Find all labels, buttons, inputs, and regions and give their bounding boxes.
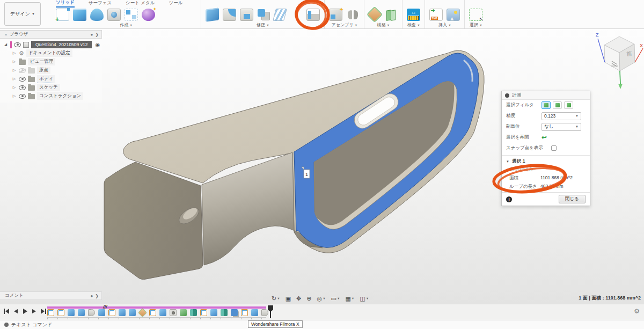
- visibility-eye-icon[interactable]: [14, 42, 21, 47]
- press-pull-icon[interactable]: [206, 8, 219, 21]
- visibility-eye-icon[interactable]: [19, 94, 26, 99]
- tree-row-5[interactable]: ▷スケッチ: [0, 83, 102, 92]
- align-icon[interactable]: [306, 9, 320, 21]
- timeline-feature-revolve-4[interactable]: [88, 309, 95, 316]
- step-forward-button[interactable]: [31, 308, 37, 315]
- pan-icon[interactable]: ✥: [295, 295, 303, 302]
- timeline-feature-extrude-3[interactable]: [78, 309, 85, 316]
- insert-image-icon[interactable]: [447, 9, 460, 21]
- info-icon[interactable]: i: [506, 196, 512, 202]
- timeline-feature-mirror-14[interactable]: [190, 309, 197, 316]
- expand-arrow-icon[interactable]: ▷: [12, 77, 17, 81]
- go-to-start-button[interactable]: [3, 308, 10, 315]
- tree-row-2[interactable]: ▷ビュー管理: [0, 57, 102, 66]
- text-command-icon[interactable]: [4, 323, 9, 327]
- visibility-eye-icon[interactable]: [19, 85, 26, 90]
- extrude-icon[interactable]: [73, 9, 86, 21]
- shell-icon[interactable]: [240, 9, 253, 21]
- collapse-panel-icon[interactable]: «: [5, 32, 7, 37]
- timeline-feature-extrude-11[interactable]: [159, 309, 166, 316]
- construction-plane-icon[interactable]: [368, 8, 382, 21]
- hole-icon[interactable]: [107, 9, 121, 21]
- fillet-icon[interactable]: [223, 9, 236, 21]
- filter-body-button[interactable]: [564, 101, 573, 109]
- tree-row-6[interactable]: ▷コンストラクション: [0, 92, 102, 100]
- timeline-feature-sketch-10[interactable]: [149, 309, 156, 316]
- look-at-icon[interactable]: ▣: [284, 295, 292, 302]
- timeline-feature-offset-13[interactable]: [180, 309, 187, 316]
- tree-row-0[interactable]: ◢Question4_20210509 v12◉: [0, 40, 102, 49]
- restart-selection-icon[interactable]: ↪: [541, 134, 547, 141]
- timeline-feature-sketch-19[interactable]: [241, 309, 248, 316]
- group-dropdown-0[interactable]: 作成 ▼: [56, 22, 196, 28]
- orbit-icon[interactable]: ↻▼: [270, 295, 282, 302]
- timeline-feature-sketch-15[interactable]: [200, 309, 207, 316]
- joint-icon[interactable]: [346, 9, 360, 21]
- insert-svg-icon[interactable]: [429, 9, 443, 21]
- expand-arrow-icon[interactable]: ▷: [12, 94, 17, 98]
- timeline-feature-combine-18[interactable]: [231, 309, 238, 316]
- expand-arrow-icon[interactable]: ◢: [3, 42, 8, 47]
- close-button[interactable]: 閉じる: [559, 195, 586, 203]
- combine-icon[interactable]: [257, 9, 270, 21]
- new-component-icon[interactable]: [329, 9, 342, 21]
- create-sketch-icon[interactable]: [56, 9, 69, 21]
- expand-arrow-icon[interactable]: ▷: [12, 85, 17, 90]
- timeline-feature-sketch-6[interactable]: [108, 309, 115, 316]
- timeline-playhead[interactable]: [267, 305, 274, 318]
- tab-3[interactable]: ツール: [169, 0, 182, 7]
- measure-icon[interactable]: [407, 9, 420, 21]
- timeline-feature-plane-9[interactable]: [138, 309, 147, 317]
- timeline-feature-extrude-7[interactable]: [119, 309, 126, 316]
- tree-row-4[interactable]: ▷ボディ: [0, 75, 102, 83]
- tree-row-1[interactable]: ▷⚙ドキュメントの設定: [0, 49, 102, 57]
- group-dropdown-1[interactable]: 修正 ▼: [206, 22, 320, 28]
- move-copy-icon[interactable]: [289, 9, 303, 21]
- selection-1-header[interactable]: ▼ 選択 1: [502, 157, 590, 166]
- tab-0[interactable]: ソリッド: [56, 0, 75, 8]
- measure-dialog-header[interactable]: 計測: [502, 91, 590, 100]
- group-dropdown-4[interactable]: 検査 ▼: [407, 22, 420, 28]
- panel-options-icon[interactable]: ●: [90, 32, 93, 37]
- pattern-icon[interactable]: [125, 9, 138, 21]
- group-dropdown-5[interactable]: 挿入 ▼: [429, 22, 460, 28]
- group-dropdown-6[interactable]: 選択 ▼: [469, 22, 482, 28]
- timeline-feature-extrude-20[interactable]: [251, 309, 258, 316]
- timeline-feature-extrude-8[interactable]: [129, 309, 136, 316]
- view-cube[interactable]: 前 Z X: [592, 31, 644, 91]
- grid-layout-icon[interactable]: ▦▼: [343, 295, 356, 302]
- filter-edge-button[interactable]: [553, 101, 562, 109]
- go-to-end-button[interactable]: [40, 308, 47, 315]
- tab-2[interactable]: シート メタル: [126, 0, 155, 7]
- text-command-label[interactable]: テキスト コマンド: [11, 321, 52, 328]
- timeline-feature-sketch-1[interactable]: [57, 309, 64, 316]
- precision-dropdown[interactable]: 0.123▼: [541, 112, 581, 120]
- timeline-feature-mirror-17[interactable]: [221, 309, 228, 316]
- display-settings-icon[interactable]: ▭▼: [330, 295, 342, 302]
- panel-options-icon[interactable]: ●: [90, 294, 93, 298]
- fit-icon[interactable]: ◎▼: [316, 295, 327, 302]
- select-icon[interactable]: [469, 9, 482, 21]
- zoom-icon[interactable]: ⊕: [305, 295, 313, 302]
- visibility-eye-off-icon[interactable]: [19, 68, 26, 73]
- show-snap-points-checkbox[interactable]: [551, 145, 557, 151]
- timeline-feature-extrude-2[interactable]: [68, 309, 75, 316]
- visibility-eye-icon[interactable]: [19, 77, 26, 82]
- step-back-button[interactable]: [13, 308, 19, 315]
- panel-resize-icon[interactable]: ❯: [95, 32, 99, 37]
- filter-face-button[interactable]: [541, 101, 551, 109]
- timeline-settings-gear-icon[interactable]: ⚙: [634, 308, 640, 315]
- group-dropdown-2[interactable]: アセンブリ ▼: [329, 22, 360, 28]
- split-body-icon[interactable]: [273, 9, 287, 21]
- form-icon[interactable]: [142, 9, 155, 21]
- group-dropdown-3[interactable]: 構築 ▼: [369, 22, 398, 28]
- viewports-icon[interactable]: ◫▼: [358, 295, 370, 302]
- timeline-feature-extrude-16[interactable]: [210, 309, 217, 316]
- revolve-icon[interactable]: [90, 9, 104, 21]
- timeline-feature-hole-12[interactable]: [170, 309, 177, 316]
- tab-1[interactable]: サーフェス: [89, 0, 112, 7]
- activate-radio-icon[interactable]: ◉: [95, 42, 100, 48]
- panel-resize-icon[interactable]: ❯: [95, 294, 99, 298]
- tree-row-3[interactable]: ▷原点: [0, 66, 102, 75]
- timeline-feature-extrude-5[interactable]: [98, 309, 105, 316]
